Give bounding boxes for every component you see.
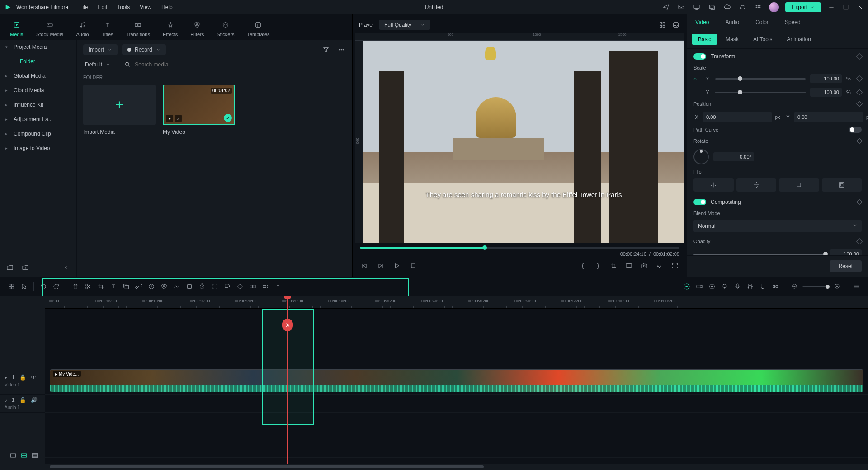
ai-icon[interactable] bbox=[184, 281, 194, 292]
tab-titles[interactable]: Titles bbox=[95, 17, 120, 40]
nav-influence-kit[interactable]: ▸Influence Kit bbox=[0, 98, 76, 112]
search-input[interactable] bbox=[135, 61, 346, 68]
crop-tool-icon[interactable] bbox=[96, 281, 106, 292]
copy-icon[interactable] bbox=[121, 281, 131, 292]
expand-icon[interactable] bbox=[210, 281, 220, 292]
prop-tab-color[interactable]: Color bbox=[747, 14, 777, 30]
play-icon[interactable] bbox=[392, 261, 401, 270]
rotate-dial[interactable] bbox=[693, 149, 709, 164]
keyframe-icon[interactable] bbox=[856, 101, 863, 107]
color-icon[interactable] bbox=[159, 281, 169, 292]
tab-media[interactable]: Media bbox=[4, 17, 30, 40]
opacity-input[interactable] bbox=[830, 249, 862, 255]
scale-y-slider[interactable] bbox=[715, 92, 806, 93]
close-icon[interactable] bbox=[856, 3, 864, 11]
snap-icon[interactable] bbox=[758, 281, 768, 292]
flip-v-button[interactable] bbox=[736, 178, 777, 192]
keyframe-icon[interactable] bbox=[856, 89, 863, 95]
stop-icon[interactable] bbox=[409, 261, 418, 270]
keyframe-icon[interactable] bbox=[856, 53, 863, 60]
timer-icon[interactable] bbox=[197, 281, 207, 292]
fullscreen-icon[interactable] bbox=[670, 261, 679, 270]
speed-icon[interactable] bbox=[146, 281, 156, 292]
quality-dropdown[interactable]: Full Quality bbox=[379, 20, 430, 30]
crop-icon[interactable] bbox=[609, 261, 618, 270]
minimize-icon[interactable] bbox=[827, 3, 835, 11]
lock-icon[interactable]: 🔒 bbox=[19, 397, 26, 403]
mic-icon[interactable] bbox=[732, 281, 742, 292]
menu-view[interactable]: View bbox=[140, 4, 151, 10]
compositing-toggle[interactable] bbox=[693, 199, 706, 205]
import-dropdown[interactable]: Import bbox=[83, 44, 118, 55]
tl-layout1-icon[interactable] bbox=[8, 451, 18, 460]
eye-icon[interactable]: 👁 bbox=[31, 374, 36, 381]
zoom-out-icon[interactable] bbox=[790, 281, 800, 292]
tab-filters[interactable]: Filters bbox=[184, 17, 210, 40]
camera-icon[interactable] bbox=[694, 281, 704, 292]
preview-canvas[interactable]: They are seen sharing a romantic kiss by… bbox=[363, 41, 684, 243]
keyframe-icon[interactable] bbox=[856, 238, 863, 244]
playhead[interactable]: ✕ bbox=[287, 296, 288, 464]
nav-cloud-media[interactable]: ▸Cloud Media bbox=[0, 83, 76, 98]
more-icon[interactable] bbox=[337, 45, 346, 54]
import-card[interactable]: + Import Media bbox=[83, 85, 156, 135]
undo-icon[interactable] bbox=[38, 281, 48, 292]
delete-icon[interactable] bbox=[71, 281, 80, 292]
tab-templates[interactable]: Templates bbox=[241, 17, 276, 40]
blend-dropdown[interactable]: Normal bbox=[693, 220, 862, 232]
folder-icon[interactable] bbox=[5, 263, 14, 272]
filter-icon[interactable] bbox=[321, 45, 330, 54]
rotate-input[interactable] bbox=[713, 152, 754, 161]
mixer-icon[interactable] bbox=[745, 281, 755, 292]
subtab-ai-tools[interactable]: AI Tools bbox=[747, 34, 778, 45]
fill-button[interactable] bbox=[822, 178, 862, 192]
zoom-in-icon[interactable] bbox=[832, 281, 842, 292]
prev-frame-icon[interactable] bbox=[360, 261, 369, 270]
monitor-icon[interactable] bbox=[692, 3, 701, 12]
prop-tab-speed[interactable]: Speed bbox=[777, 14, 809, 30]
lock-icon[interactable]: 🔒 bbox=[19, 374, 26, 381]
timeline-scrollbar[interactable] bbox=[0, 464, 868, 470]
grid-icon[interactable] bbox=[658, 20, 667, 29]
cloud-icon[interactable] bbox=[723, 3, 732, 12]
marker-icon[interactable] bbox=[720, 281, 730, 292]
menu-tools[interactable]: Tools bbox=[117, 4, 130, 10]
tab-effects[interactable]: Effects bbox=[156, 17, 184, 40]
collapse-icon[interactable] bbox=[62, 263, 71, 272]
record-timeline-icon[interactable] bbox=[707, 281, 717, 292]
subtab-mask[interactable]: Mask bbox=[719, 34, 745, 45]
path-curve-toggle[interactable] bbox=[849, 127, 862, 133]
maximize-icon[interactable] bbox=[842, 3, 850, 11]
scissors-icon[interactable] bbox=[83, 281, 93, 292]
video-card[interactable]: 00:01:02 ✓ ▸♪ My Video bbox=[163, 85, 235, 135]
display-icon[interactable] bbox=[624, 261, 633, 270]
scale-x-input[interactable] bbox=[810, 74, 842, 83]
tab-stock[interactable]: Stock Media bbox=[30, 17, 70, 40]
ripple-icon[interactable] bbox=[770, 281, 780, 292]
tag-icon[interactable] bbox=[222, 281, 232, 292]
prop-tab-video[interactable]: Video bbox=[687, 14, 717, 30]
scale-x-slider[interactable] bbox=[715, 78, 806, 80]
flip-h-button[interactable] bbox=[693, 178, 734, 192]
sort-dropdown[interactable]: Default bbox=[83, 61, 112, 69]
timeline-ruler[interactable]: 00:0000:00:05:0000:00:10:0000:00:15:0000… bbox=[45, 296, 868, 309]
nav-adjustment-layer[interactable]: ▸Adjustment La... bbox=[0, 112, 76, 127]
nav-image-to-video[interactable]: ▸Image to Video bbox=[0, 141, 76, 155]
transform-toggle[interactable] bbox=[693, 53, 706, 60]
reset-button[interactable]: Reset bbox=[830, 260, 862, 272]
layers-icon[interactable] bbox=[708, 3, 717, 12]
curve-icon[interactable] bbox=[172, 281, 182, 292]
menu-help[interactable]: Help bbox=[161, 4, 173, 10]
menu-edit[interactable]: Edit bbox=[98, 4, 108, 10]
message-icon[interactable] bbox=[677, 3, 686, 12]
avatar[interactable] bbox=[769, 2, 779, 12]
ungroup-icon[interactable] bbox=[260, 281, 270, 292]
new-folder-icon[interactable] bbox=[21, 263, 30, 272]
tab-transitions[interactable]: Transitions bbox=[120, 17, 156, 40]
nav-global-media[interactable]: ▸Global Media bbox=[0, 69, 76, 83]
record-dropdown[interactable]: Record bbox=[122, 44, 166, 55]
keyframe-icon[interactable] bbox=[856, 138, 863, 144]
tab-audio[interactable]: Audio bbox=[70, 17, 95, 40]
group-icon[interactable] bbox=[248, 281, 258, 292]
volume-icon[interactable] bbox=[655, 261, 664, 270]
